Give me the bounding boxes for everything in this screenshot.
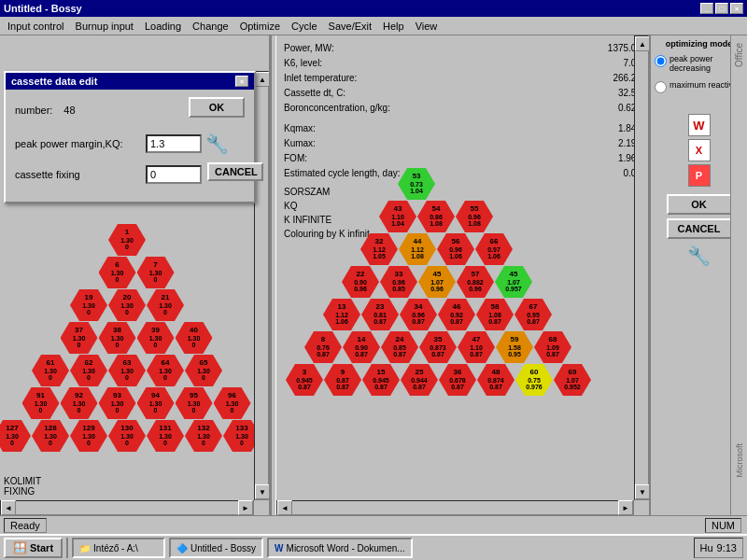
menu-loading[interactable]: Loading — [139, 20, 187, 33]
hex-cell[interactable]: 1291.300 — [70, 420, 107, 452]
mid-hex-cell[interactable]: 570.8820.96 — [457, 266, 494, 298]
taskbar-explorer[interactable]: 📁 Intéző - A:\ — [72, 538, 165, 558]
hex-cell[interactable]: 1311.300 — [147, 420, 184, 452]
menu-change[interactable]: Change — [187, 20, 234, 33]
mid-hex-cell[interactable]: 131.121.06 — [323, 299, 360, 330]
vscroll-up[interactable]: ▲ — [255, 72, 270, 87]
dialog-close-button[interactable]: × — [235, 76, 248, 87]
mid-hex-cell[interactable]: 360.6780.87 — [439, 364, 476, 396]
mid-vscroll-up[interactable]: ▲ — [635, 36, 649, 51]
hex-cell[interactable]: 1271.300 — [0, 420, 31, 452]
hscroll-left[interactable]: ◄ — [1, 500, 16, 515]
maximize-button[interactable]: □ — [715, 3, 728, 14]
hex-cell[interactable]: 1331.300 — [223, 420, 254, 452]
mid-hex-cell[interactable]: 681.090.87 — [534, 331, 571, 363]
mid-hex-cell[interactable]: 30.9450.87 — [286, 364, 323, 396]
mid-hscroll-left[interactable]: ◄ — [277, 500, 292, 515]
right-cancel-button[interactable]: CANCEL — [667, 218, 732, 239]
hex-cell[interactable]: 621.300 — [70, 355, 107, 386]
mid-hex-cell[interactable]: 220.900.96 — [342, 266, 379, 298]
mid-hex-cell[interactable]: 150.9450.87 — [362, 364, 400, 396]
mid-vscroll[interactable]: ▲ ▼ — [634, 35, 649, 500]
menu-input-control[interactable]: Input control — [2, 20, 70, 33]
hex-cell[interactable]: 931.300 — [99, 387, 136, 419]
hex-cell[interactable]: 401.300 — [176, 322, 213, 354]
vscroll-down[interactable]: ▼ — [255, 484, 270, 499]
hex-cell[interactable]: 641.300 — [147, 355, 184, 386]
word-icon[interactable]: W — [688, 114, 711, 136]
mid-hex-cell[interactable]: 441.121.08 — [399, 233, 436, 265]
close-button[interactable]: × — [730, 3, 743, 14]
mid-hex-cell[interactable]: 480.8740.87 — [477, 364, 514, 396]
dialog-ok-button[interactable]: OK — [189, 97, 245, 118]
mid-hex-cell[interactable]: 581.080.87 — [476, 299, 514, 330]
peak-power-radio[interactable] — [655, 55, 667, 67]
mid-hex-cell[interactable]: 340.960.87 — [400, 299, 437, 330]
mid-hscroll[interactable]: ◄ ► — [276, 500, 634, 515]
mid-hex-cell[interactable]: 560.961.06 — [437, 233, 474, 265]
mid-hex-cell[interactable]: 691.070.952 — [554, 364, 591, 396]
hex-cell[interactable]: 381.300 — [99, 322, 136, 354]
mid-hex-cell[interactable]: 230.810.87 — [361, 299, 399, 330]
hex-cell[interactable]: 941.300 — [137, 387, 175, 419]
max-reactivity-radio[interactable] — [655, 81, 667, 93]
hex-cell[interactable]: 911.300 — [22, 387, 60, 419]
peak-value-input[interactable] — [146, 134, 202, 153]
menu-save-exit[interactable]: Save/Exit — [323, 20, 377, 33]
hex-cell[interactable]: 951.300 — [176, 387, 213, 419]
hex-cell[interactable]: 191.300 — [70, 289, 107, 321]
hex-cell[interactable]: 391.300 — [137, 322, 175, 354]
menu-burnup-input[interactable]: Burnup input — [70, 20, 139, 33]
menu-help[interactable]: Help — [377, 20, 410, 33]
mid-hex-cell[interactable]: 431.101.04 — [379, 201, 416, 232]
hex-cell[interactable]: 1301.300 — [108, 420, 146, 452]
hex-cell[interactable]: 71.300 — [137, 257, 175, 288]
minimize-button[interactable]: _ — [700, 3, 713, 14]
hex-cell[interactable]: 211.300 — [147, 289, 184, 321]
hex-cell[interactable]: 371.300 — [61, 322, 98, 354]
hex-cell[interactable]: 611.300 — [32, 355, 69, 386]
mid-hex-cell[interactable]: 321.121.05 — [360, 233, 398, 265]
mid-hex-cell[interactable]: 670.950.87 — [514, 299, 552, 330]
hex-cell[interactable]: 11.300 — [108, 224, 146, 256]
mid-hex-cell[interactable]: 250.9440.87 — [401, 364, 438, 396]
mid-hex-cell[interactable]: 471.100.87 — [458, 331, 495, 363]
hex-cell[interactable]: 1281.300 — [32, 420, 69, 452]
menu-cycle[interactable]: Cycle — [286, 20, 323, 33]
fix-value-input[interactable] — [146, 165, 202, 184]
mid-hex-cell[interactable]: 591.580.95 — [496, 331, 533, 363]
hex-cell[interactable]: 201.300 — [108, 289, 146, 321]
mid-hex-cell[interactable]: 600.750.976 — [515, 364, 553, 396]
hex-cell[interactable]: 631.300 — [108, 355, 146, 386]
mid-hscroll-right[interactable]: ► — [618, 500, 633, 515]
mid-hex-cell[interactable]: 240.850.87 — [381, 331, 418, 363]
hex-cell[interactable]: 1321.300 — [185, 420, 222, 452]
hscroll-right[interactable]: ► — [238, 500, 253, 515]
mid-hex-cell[interactable]: 80.760.87 — [304, 331, 342, 363]
taskbar-bossy[interactable]: 🔷 Untitled - Bossy — [169, 538, 263, 558]
right-ok-button[interactable]: OK — [667, 194, 732, 215]
mid-hex-cell[interactable]: 350.8730.87 — [419, 331, 457, 363]
mid-hex-cell[interactable]: 330.960.85 — [380, 266, 417, 298]
hex-cell[interactable]: 921.300 — [61, 387, 98, 419]
hex-cell[interactable]: 61.300 — [99, 257, 136, 288]
mid-hex-cell[interactable]: 660.971.06 — [475, 233, 513, 265]
hex-cell[interactable]: 651.300 — [185, 355, 222, 386]
menu-optimize[interactable]: Optimize — [234, 20, 286, 33]
mid-hex-cell[interactable]: 540.861.08 — [417, 201, 455, 232]
mid-hex-cell[interactable]: 550.961.08 — [456, 201, 493, 232]
mid-vscroll-down[interactable]: ▼ — [635, 484, 649, 499]
mid-hex-cell[interactable]: 530.731.04 — [398, 168, 435, 200]
menu-view[interactable]: View — [410, 20, 444, 33]
mid-hex-cell[interactable]: 460.920.87 — [438, 299, 475, 330]
taskbar-word[interactable]: W Microsoft Word - Dokumen... — [267, 538, 413, 558]
start-button[interactable]: 🪟 Start — [4, 538, 63, 558]
hex-cell[interactable]: 961.300 — [214, 387, 251, 419]
dialog-cancel-button[interactable]: CANCEL — [207, 162, 263, 181]
mid-hex-cell[interactable]: 451.070.957 — [495, 266, 532, 298]
excel-icon[interactable]: X — [688, 139, 711, 161]
left-hscroll[interactable]: ◄ ► — [0, 500, 254, 515]
powerpoint-icon[interactable]: P — [688, 164, 711, 187]
left-vscroll[interactable]: ▲ ▼ — [254, 71, 269, 500]
mid-hex-cell[interactable]: 451.070.96 — [418, 266, 456, 298]
